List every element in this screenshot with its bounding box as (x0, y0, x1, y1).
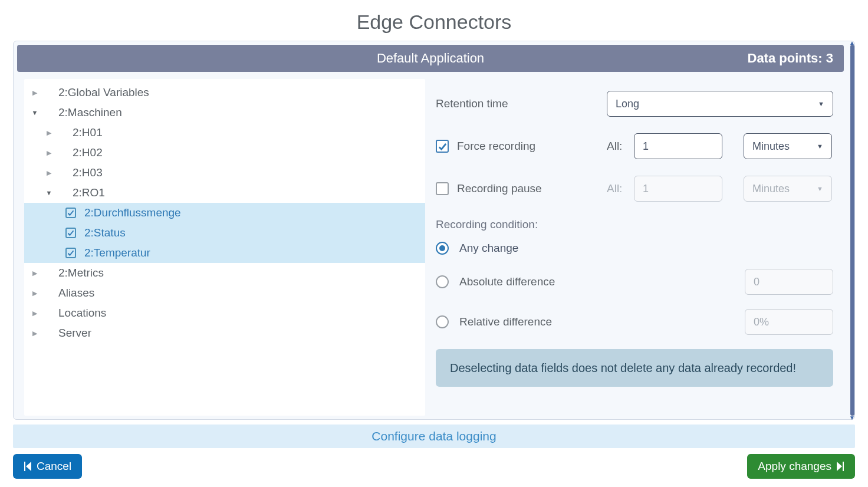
tree-checkbox[interactable] (65, 248, 76, 258)
tree-label: Server (55, 327, 91, 340)
page-title: Edge Connectors (0, 0, 868, 41)
apply-button-label: Apply changes (758, 460, 831, 473)
scroll-down-icon[interactable]: ▼ (849, 414, 855, 421)
tree-label: 2:Global Variables (55, 86, 149, 99)
data-tree[interactable]: 2:Global Variables2:Maschinen2:H012:H022… (24, 79, 425, 416)
force-recording-label: Force recording (457, 140, 535, 153)
tree-row[interactable]: 2:H01 (24, 123, 425, 143)
tree-label: Locations (55, 307, 106, 320)
chevron-down-icon[interactable] (30, 109, 40, 116)
chevron-down-icon: ▼ (817, 143, 823, 150)
cancel-button[interactable]: Cancel (13, 454, 82, 479)
recording-pause-row: Recording pause All: 1 Minutes ▼ (436, 176, 833, 202)
rel-diff-value: 0% (754, 316, 769, 328)
recording-condition-label: Recording condition: (436, 218, 833, 231)
tree-row[interactable]: 2:RO1 (24, 183, 425, 203)
chevron-right-icon[interactable] (30, 330, 40, 337)
recording-pause-checkbox[interactable] (436, 182, 449, 195)
radio-any-change-row: Any change (436, 242, 833, 255)
tree-label: Aliases (55, 287, 94, 300)
retention-select[interactable]: Long ▼ (607, 91, 833, 117)
chevron-right-icon[interactable] (30, 89, 40, 97)
tree-label: 2:Durchflussmenge (81, 206, 181, 219)
datapoints-label: Data points: (748, 51, 823, 65)
pause-value: 1 (643, 183, 649, 195)
scrollbar[interactable] (850, 45, 854, 416)
tree-row[interactable]: 2:H02 (24, 143, 425, 163)
rel-diff-input: 0% (745, 309, 833, 335)
radio-rel-diff[interactable] (436, 315, 449, 328)
datapoints-counter: Data points: 3 (748, 51, 834, 66)
radio-abs-diff-row: Absolute difference 0 (436, 269, 833, 295)
force-recording-row: Force recording All: 1 Minutes ▼ (436, 133, 833, 159)
retention-value: Long (616, 98, 639, 110)
tree-row[interactable]: 2:Durchflussmenge (24, 203, 425, 223)
abs-diff-input: 0 (745, 269, 833, 295)
pause-unit-value: Minutes (752, 183, 790, 195)
panel-body: 2:Global Variables2:Maschinen2:H012:H022… (17, 72, 851, 416)
chevron-right-icon[interactable] (30, 269, 40, 277)
tree-label: 2:RO1 (69, 186, 105, 199)
pause-all-label: All: (607, 182, 634, 195)
tree-label: 2:Metrics (55, 266, 104, 279)
radio-any-change-label: Any change (459, 242, 833, 255)
configure-link-bar: Configure data logging (13, 425, 855, 448)
radio-abs-diff-label: Absolute difference (459, 275, 745, 288)
tree-row[interactable]: 2:Maschinen (24, 103, 425, 123)
force-unit-select[interactable]: Minutes ▼ (744, 133, 832, 159)
footer-buttons: Cancel Apply changes (0, 448, 868, 487)
tree-label: 2:Temperatur (81, 246, 150, 259)
tree-label: 2:Status (81, 226, 126, 239)
radio-abs-diff[interactable] (436, 275, 449, 288)
tree-row[interactable]: Aliases (24, 283, 425, 303)
apply-button[interactable]: Apply changes (747, 454, 855, 479)
tree-row[interactable]: 2:Metrics (24, 263, 425, 283)
radio-rel-diff-row: Relative difference 0% (436, 309, 833, 335)
config-form: Retention time Long ▼ Force recording Al… (436, 79, 844, 416)
force-all-label: All: (607, 140, 634, 153)
chevron-right-icon[interactable] (44, 129, 54, 137)
tree-checkbox[interactable] (65, 208, 76, 218)
tree-row[interactable]: Server (24, 323, 425, 343)
tree-label: 2:H02 (69, 146, 103, 159)
tree-row[interactable]: Locations (24, 303, 425, 323)
tree-label: 2:H03 (69, 166, 103, 179)
tree-label: 2:Maschinen (55, 106, 122, 119)
tree-row[interactable]: 2:Global Variables (24, 83, 425, 103)
abs-diff-value: 0 (754, 276, 760, 288)
tree-row[interactable]: 2:H03 (24, 163, 425, 183)
force-value-input[interactable]: 1 (634, 133, 722, 159)
radio-rel-diff-label: Relative difference (459, 315, 745, 328)
chevron-right-icon[interactable] (30, 310, 40, 317)
chevron-down-icon: ▼ (818, 100, 824, 107)
retention-label: Retention time (436, 97, 607, 110)
pause-unit-select: Minutes ▼ (744, 176, 832, 202)
tree-label: 2:H01 (69, 126, 103, 139)
main-panel: ▲ ▼ Default Application Data points: 3 2… (13, 41, 855, 420)
chevron-right-icon[interactable] (44, 149, 54, 157)
panel-header: Default Application Data points: 3 (17, 45, 844, 72)
force-recording-checkbox[interactable] (436, 140, 449, 153)
chevron-down-icon: ▼ (817, 185, 823, 192)
cancel-button-label: Cancel (37, 460, 71, 473)
force-value: 1 (643, 140, 649, 153)
scroll-up-icon[interactable]: ▲ (849, 40, 855, 46)
recording-pause-label: Recording pause (457, 182, 542, 195)
chevron-down-icon[interactable] (44, 189, 54, 196)
chevron-right-icon[interactable] (44, 169, 54, 177)
retention-row: Retention time Long ▼ (436, 91, 833, 117)
chevron-right-icon[interactable] (30, 289, 40, 297)
skip-back-icon (24, 462, 32, 471)
configure-data-logging-link[interactable]: Configure data logging (371, 429, 496, 443)
radio-any-change[interactable] (436, 242, 449, 255)
force-unit-value: Minutes (752, 140, 790, 153)
tree-row[interactable]: 2:Status (24, 223, 425, 243)
info-banner: Deselecting data fields does not delete … (436, 349, 833, 387)
pause-value-input: 1 (634, 176, 722, 202)
panel-header-title: Default Application (377, 51, 484, 66)
skip-forward-icon (836, 462, 844, 471)
tree-row[interactable]: 2:Temperatur (24, 243, 425, 263)
tree-checkbox[interactable] (65, 228, 76, 238)
datapoints-value: 3 (826, 51, 833, 65)
